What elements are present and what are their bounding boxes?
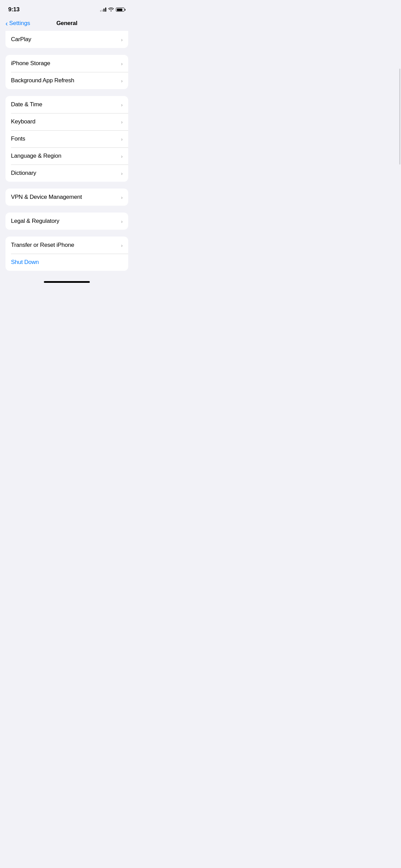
settings-item-carplay[interactable]: CarPlay › — [5, 31, 128, 48]
chevron-right-icon: › — [121, 37, 123, 43]
settings-content: CarPlay › iPhone Storage › Background Ap… — [0, 31, 134, 271]
background-app-refresh-label: Background App Refresh — [11, 77, 74, 84]
legal-group: Legal & Regulatory › — [5, 213, 128, 230]
carplay-label: CarPlay — [11, 36, 31, 43]
signal-icon — [100, 8, 106, 12]
settings-item-keyboard[interactable]: Keyboard › — [5, 113, 128, 130]
home-bar — [44, 281, 90, 283]
settings-item-fonts[interactable]: Fonts › — [5, 130, 128, 147]
back-chevron-icon: ‹ — [5, 20, 8, 27]
carplay-group: CarPlay › — [5, 31, 128, 48]
locale-group: Date & Time › Keyboard › Fonts › Languag… — [5, 96, 128, 182]
chevron-right-icon: › — [121, 153, 123, 159]
settings-item-vpn-device-management[interactable]: VPN & Device Management › — [5, 189, 128, 206]
vpn-device-management-label: VPN & Device Management — [11, 194, 82, 201]
storage-group: iPhone Storage › Background App Refresh … — [5, 55, 128, 89]
settings-item-language-region[interactable]: Language & Region › — [5, 147, 128, 165]
chevron-right-icon: › — [121, 102, 123, 108]
chevron-right-icon: › — [121, 119, 123, 125]
back-button[interactable]: ‹ Settings — [5, 20, 30, 27]
wifi-icon — [108, 7, 114, 12]
dictionary-label: Dictionary — [11, 170, 36, 177]
page-title: General — [56, 20, 77, 27]
transfer-reset-label: Transfer or Reset iPhone — [11, 242, 74, 249]
chevron-right-icon: › — [121, 170, 123, 176]
chevron-right-icon: › — [121, 242, 123, 248]
fonts-label: Fonts — [11, 135, 25, 142]
back-label: Settings — [9, 20, 30, 27]
chevron-right-icon: › — [121, 136, 123, 142]
iphone-storage-label: iPhone Storage — [11, 60, 50, 67]
chevron-right-icon: › — [121, 194, 123, 200]
settings-item-transfer-reset[interactable]: Transfer or Reset iPhone › — [5, 237, 128, 254]
settings-item-legal-regulatory[interactable]: Legal & Regulatory › — [5, 213, 128, 230]
settings-item-background-app-refresh[interactable]: Background App Refresh › — [5, 72, 128, 89]
battery-icon — [116, 8, 125, 12]
legal-regulatory-label: Legal & Regulatory — [11, 218, 59, 225]
status-icons — [100, 7, 125, 12]
keyboard-label: Keyboard — [11, 118, 35, 125]
status-time: 9:13 — [8, 6, 20, 13]
chevron-right-icon: › — [121, 218, 123, 224]
shut-down-label: Shut Down — [11, 259, 39, 266]
settings-item-date-time[interactable]: Date & Time › — [5, 96, 128, 113]
chevron-right-icon: › — [121, 61, 123, 67]
language-region-label: Language & Region — [11, 153, 61, 159]
settings-item-dictionary[interactable]: Dictionary › — [5, 165, 128, 182]
settings-item-iphone-storage[interactable]: iPhone Storage › — [5, 55, 128, 72]
reset-group: Transfer or Reset iPhone › Shut Down — [5, 237, 128, 271]
status-bar: 9:13 — [0, 0, 134, 17]
nav-bar: ‹ Settings General — [0, 17, 134, 31]
settings-item-shut-down[interactable]: Shut Down — [5, 254, 128, 271]
home-indicator — [0, 278, 134, 286]
vpn-group: VPN & Device Management › — [5, 189, 128, 206]
date-time-label: Date & Time — [11, 101, 42, 108]
chevron-right-icon: › — [121, 78, 123, 84]
